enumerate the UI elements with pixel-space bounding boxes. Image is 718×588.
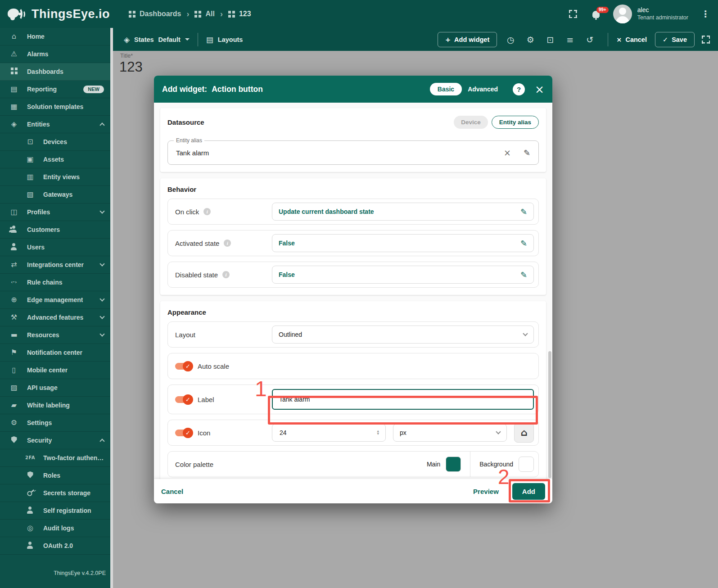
number-spinner[interactable]: ▴▾ <box>377 430 379 435</box>
notifications-badge: 99+ <box>596 7 609 13</box>
sidebar-item-home[interactable]: ⌂ Home <box>0 28 110 45</box>
tab-advanced[interactable]: Advanced <box>462 83 504 95</box>
chevron-down-icon <box>99 261 104 266</box>
tab-basic[interactable]: Basic <box>430 83 462 95</box>
reporting-icon: ▤ <box>9 86 19 93</box>
sidebar-scrollbar[interactable] <box>110 28 113 588</box>
sidebar-item-rule-chains[interactable]: ‹·› Rule chains <box>0 274 110 291</box>
brand-logo[interactable]: ThingsEye.io <box>0 5 113 23</box>
sidebar-item-gateways[interactable]: ▧ Gateways <box>0 186 110 204</box>
sidebar-item-assets[interactable]: ▣ Assets <box>0 151 110 168</box>
icon-size-input[interactable] <box>279 429 306 437</box>
sidebar-item-entities[interactable]: ◈ Entities <box>0 116 110 133</box>
sidebar-item-oauth[interactable]: OAuth 2.0 <box>0 537 110 555</box>
label-toggle[interactable]: ✓ <box>175 394 193 405</box>
sidebar-item-devices[interactable]: ⊡ Devices <box>0 133 110 151</box>
states-label: States <box>134 36 154 43</box>
sidebar-item-secrets-storage[interactable]: Secrets storage <box>0 484 110 502</box>
background-color-swatch[interactable] <box>519 457 534 472</box>
phone-icon: ▯ <box>9 366 19 374</box>
device-option[interactable]: Device <box>454 116 488 129</box>
sidebar-item-alarms[interactable]: ⚠ Alarms <box>0 45 110 63</box>
layouts-button[interactable]: ▤ Layouts <box>206 35 243 44</box>
activated-state-value-box[interactable]: False ✎ <box>272 234 534 252</box>
save-button[interactable]: ✓ Save <box>655 32 695 47</box>
sidebar-item-edge-management[interactable]: ⊕ Edge management <box>0 291 110 309</box>
sidebar-item-dashboards[interactable]: Dashboards <box>0 63 110 81</box>
edit-icon[interactable]: ✎ <box>520 239 527 248</box>
dashboard-title-value: 123 <box>119 59 143 75</box>
dialog-scrollbar-thumb[interactable] <box>548 351 551 478</box>
kebab-menu-icon[interactable]: ⋮ <box>701 9 710 19</box>
cancel-edit-button[interactable]: × Cancel <box>616 36 647 43</box>
version-history-icon[interactable]: ↺ <box>580 35 600 45</box>
entity-aliases-icon[interactable]: ⊡ <box>540 35 560 45</box>
user-avatar[interactable] <box>613 5 632 23</box>
edit-icon[interactable]: ✎ <box>520 207 527 217</box>
sidebar-item-audit-logs[interactable]: ◎ Audit logs <box>0 520 110 537</box>
layouts-label: Layouts <box>218 36 243 43</box>
sidebar-item-security[interactable]: Security <box>0 432 110 449</box>
sidebar-item-roles[interactable]: Roles <box>0 467 110 484</box>
sidebar-item-resources[interactable]: ▬ Resources <box>0 326 110 344</box>
sidebar-item-advanced-features[interactable]: ⚒ Advanced features <box>0 309 110 326</box>
sidebar-item-notification-center[interactable]: ⚑ Notification center <box>0 344 110 362</box>
disabled-state-value-box[interactable]: False ✎ <box>272 266 534 284</box>
sidebar-item-entity-views[interactable]: ▥ Entity views <box>0 168 110 186</box>
brand-logo-icon <box>6 5 27 23</box>
sidebar-item-settings[interactable]: ⚙ Settings <box>0 414 110 432</box>
entity-alias-option[interactable]: Entity alias <box>492 116 539 129</box>
white-labeling-icon: ▰ <box>9 402 19 409</box>
sidebar-item-profiles[interactable]: ◫ Profiles <box>0 204 110 221</box>
fullscreen-icon[interactable] <box>569 10 577 18</box>
sidebar-item-reporting[interactable]: ▤ Reporting NEW <box>0 81 110 98</box>
edit-icon[interactable]: ✎ <box>520 270 527 280</box>
add-widget-button[interactable]: + Add widget <box>438 32 497 47</box>
header-actions: 99+ alec Tenant administrator ⋮ <box>569 5 718 23</box>
sidebar-item-customers[interactable]: Customers <box>0 221 110 239</box>
breadcrumb-current[interactable]: 123 <box>228 10 251 18</box>
audit-logs-icon: ◎ <box>25 525 35 532</box>
dashboard-settings-gear-icon[interactable]: ⚙ <box>520 35 540 45</box>
sidebar-item-users[interactable]: Users <box>0 239 110 256</box>
sidebar-item-two-factor[interactable]: 2FA Two-factor authenticati… <box>0 449 110 467</box>
icon-toggle[interactable]: ✓ <box>175 427 193 438</box>
sidebar-item-self-registration[interactable]: Self registration <box>0 502 110 520</box>
time-window-icon[interactable]: ◷ <box>501 35 520 45</box>
clear-icon[interactable]: × <box>504 148 511 158</box>
on-click-value-box[interactable]: Update current dashboard state ✎ <box>272 203 534 221</box>
close-icon[interactable]: × <box>535 84 544 95</box>
breadcrumb-dashboards[interactable]: Dashboards <box>129 10 181 18</box>
sidebar-item-white-labeling[interactable]: ▰ White labeling <box>0 397 110 414</box>
sidebar-item-integrations-center[interactable]: ⇄ Integrations center <box>0 256 110 274</box>
icon-picker-button[interactable]: ⌂ <box>514 423 534 443</box>
toggle-check-icon: ✓ <box>183 428 193 438</box>
add-button[interactable]: Add <box>512 483 545 500</box>
dashboard-icon <box>129 11 135 18</box>
notifications-button[interactable]: 99+ <box>592 11 600 17</box>
breadcrumb-all[interactable]: All <box>194 10 214 18</box>
icon-size-input-box[interactable]: ▴▾ <box>272 424 386 442</box>
dashboard-toolbar: ◈ States Default ▤ Layouts + Add widget … <box>113 28 718 51</box>
layout-select[interactable]: Outlined <box>272 326 534 344</box>
states-control[interactable]: ◈ States Default <box>124 35 190 44</box>
preview-button[interactable]: Preview <box>473 488 499 495</box>
user-info[interactable]: alec Tenant administrator <box>637 6 688 21</box>
toolbar-fullscreen-icon[interactable] <box>702 36 710 44</box>
chevron-down-icon <box>523 331 528 336</box>
sidebar-item-api-usage[interactable]: ▨ API usage <box>0 379 110 397</box>
icon-unit-select[interactable]: px <box>393 424 507 442</box>
chevron-down-icon <box>99 208 104 213</box>
filters-icon[interactable]: ≡ <box>560 35 580 45</box>
chevron-up-icon <box>99 122 104 127</box>
entity-alias-value: Tank alarm <box>176 149 209 157</box>
sidebar-item-solution-templates[interactable]: ▦ Solution templates <box>0 98 110 116</box>
cancel-button[interactable]: Cancel <box>161 488 183 495</box>
sidebar-item-mobile-center[interactable]: ▯ Mobile center <box>0 362 110 379</box>
label-input[interactable] <box>272 389 534 410</box>
edit-icon[interactable]: ✎ <box>524 148 530 158</box>
help-icon[interactable]: ? <box>513 83 525 95</box>
auto-scale-toggle[interactable]: ✓ <box>175 361 193 371</box>
entity-alias-field[interactable]: Entity alias Tank alarm × ✎ <box>167 140 539 165</box>
main-color-swatch[interactable] <box>446 457 461 472</box>
